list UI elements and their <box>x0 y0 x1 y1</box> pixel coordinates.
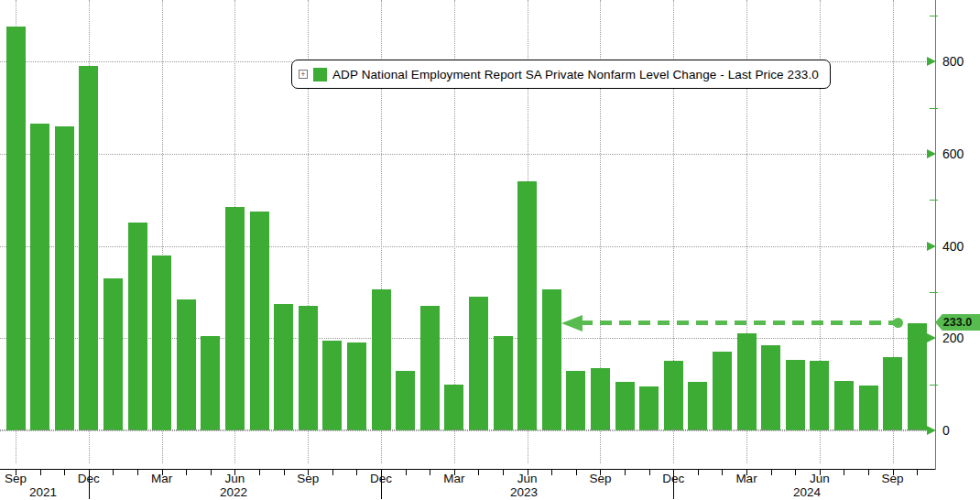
x-axis-month-tick <box>40 470 41 475</box>
bar-dec-2021[interactable] <box>79 66 98 430</box>
x-axis-year-label: 2023 <box>510 485 538 499</box>
x-axis-month-tick <box>211 470 212 475</box>
x-axis-quarter-label: Sep <box>882 472 904 485</box>
bar-aug-2024[interactable] <box>859 386 878 430</box>
last-price-dot-icon <box>893 318 903 328</box>
x-axis-month-tick <box>551 470 552 475</box>
y-axis-tick-label: 400 <box>942 239 964 254</box>
x-axis-month-tick <box>478 470 479 475</box>
y-axis-tick-arrow-icon <box>927 426 936 435</box>
x-axis-month-tick <box>430 470 430 475</box>
x-axis-year-separator <box>381 470 382 499</box>
bar-jul-2024[interactable] <box>834 381 854 430</box>
x-axis-month-tick <box>576 470 577 475</box>
bar-nov-2022[interactable] <box>347 342 366 430</box>
last-price-tag: 233.0 <box>935 314 980 331</box>
bar-aug-2023[interactable] <box>566 371 585 430</box>
x-axis-month-tick <box>917 470 918 475</box>
bar-dec-2022[interactable] <box>372 289 391 430</box>
bar-jun-2024[interactable] <box>810 361 829 430</box>
x-axis-quarter-label: Mar <box>735 472 757 485</box>
bar-may-2024[interactable] <box>786 360 805 430</box>
x-axis-quarter-label: Sep <box>297 472 319 485</box>
last-price-arrowhead-icon <box>561 315 583 332</box>
x-axis-quarter-label: Sep <box>5 472 27 485</box>
x-axis-month-tick <box>722 470 723 475</box>
bar-may-2023[interactable] <box>494 336 513 430</box>
x-axis-quarter-label: Jun <box>810 472 830 485</box>
x-axis-month-tick <box>771 470 772 475</box>
y-axis-tick-arrow-icon <box>927 333 936 342</box>
x-axis-month-tick <box>406 470 407 475</box>
bar-feb-2023[interactable] <box>420 306 440 430</box>
bar-jun-2023[interactable] <box>517 181 537 430</box>
zero-gridline <box>0 429 928 430</box>
y-axis-minor-tick <box>930 292 938 293</box>
x-axis-month-tick <box>113 470 114 475</box>
bar-aug-2022[interactable] <box>274 304 293 430</box>
legend-series-swatch-icon <box>313 68 327 82</box>
last-price-dashed-line <box>581 321 896 325</box>
bar-nov-2021[interactable] <box>55 126 74 430</box>
bar-feb-2024[interactable] <box>713 352 732 430</box>
bar-apr-2023[interactable] <box>469 297 488 430</box>
x-axis-month-tick <box>868 470 869 475</box>
x-axis-month-tick <box>137 470 138 475</box>
horizontal-gridline <box>0 154 928 155</box>
bar-apr-2024[interactable] <box>761 345 780 430</box>
legend[interactable]: + ADP National Employment Report SA Priv… <box>291 60 831 89</box>
bar-oct-2024[interactable] <box>908 323 927 430</box>
bar-mar-2024[interactable] <box>737 333 757 430</box>
bar-dec-2023[interactable] <box>664 361 683 430</box>
bar-may-2022[interactable] <box>201 336 220 430</box>
bar-sep-2023[interactable] <box>591 368 610 430</box>
bar-jan-2022[interactable] <box>103 278 123 430</box>
x-axis-month-tick <box>64 470 65 475</box>
x-axis-month-tick <box>844 470 844 475</box>
x-axis-month-tick <box>356 470 357 475</box>
y-axis-minor-tick <box>930 108 938 109</box>
bar-jul-2022[interactable] <box>250 212 269 430</box>
x-axis-quarter-label: Jun <box>517 472 538 485</box>
bar-jun-2022[interactable] <box>225 207 245 430</box>
x-axis-quarter-label: Mar <box>151 472 172 485</box>
x-axis-month-tick <box>186 470 187 475</box>
y-axis-minor-tick <box>930 385 938 386</box>
bar-oct-2022[interactable] <box>322 341 342 430</box>
y-axis-tick-label: 0 <box>942 423 950 438</box>
y-axis-tick-arrow-icon <box>927 57 936 66</box>
bar-sep-2024[interactable] <box>883 357 902 430</box>
bar-nov-2023[interactable] <box>639 386 659 430</box>
x-axis-month-tick <box>503 470 504 475</box>
bar-oct-2021[interactable] <box>30 124 49 430</box>
legend-expander-icon[interactable]: + <box>299 70 308 79</box>
horizontal-gridline <box>0 430 928 431</box>
bar-feb-2022[interactable] <box>128 223 147 430</box>
x-axis-quarter-label: Sep <box>589 472 611 485</box>
adp-employment-chart: SepDecMarJunSepDecMarJunSepDecMarJunSep2… <box>0 0 980 500</box>
bar-apr-2022[interactable] <box>177 299 196 430</box>
bar-sep-2022[interactable] <box>299 306 318 430</box>
x-axis-year-label: 2024 <box>793 485 821 499</box>
x-axis-year-label: 2021 <box>29 485 57 499</box>
y-axis-minor-tick <box>930 16 938 16</box>
x-axis-quarter-label: Jun <box>225 472 245 485</box>
x-axis-month-tick <box>795 470 796 475</box>
x-axis-quarter-label: Mar <box>443 472 464 485</box>
x-axis-month-tick <box>649 470 650 475</box>
y-axis-line <box>935 0 936 470</box>
bar-mar-2023[interactable] <box>444 385 463 430</box>
x-axis-month-tick <box>625 470 626 475</box>
bar-jul-2023[interactable] <box>542 289 561 430</box>
bar-jan-2024[interactable] <box>688 382 707 430</box>
x-axis-month-tick <box>332 470 333 475</box>
bar-sep-2021[interactable] <box>6 27 26 430</box>
y-axis-tick-arrow-icon <box>927 242 936 251</box>
bar-mar-2022[interactable] <box>152 255 171 430</box>
bar-oct-2023[interactable] <box>615 382 635 430</box>
bar-jan-2023[interactable] <box>396 371 415 430</box>
y-axis-tick-label: 600 <box>942 147 964 161</box>
y-axis-minor-tick <box>930 200 938 201</box>
y-axis-tick-arrow-icon <box>927 149 936 158</box>
x-axis-month-tick <box>259 470 260 475</box>
